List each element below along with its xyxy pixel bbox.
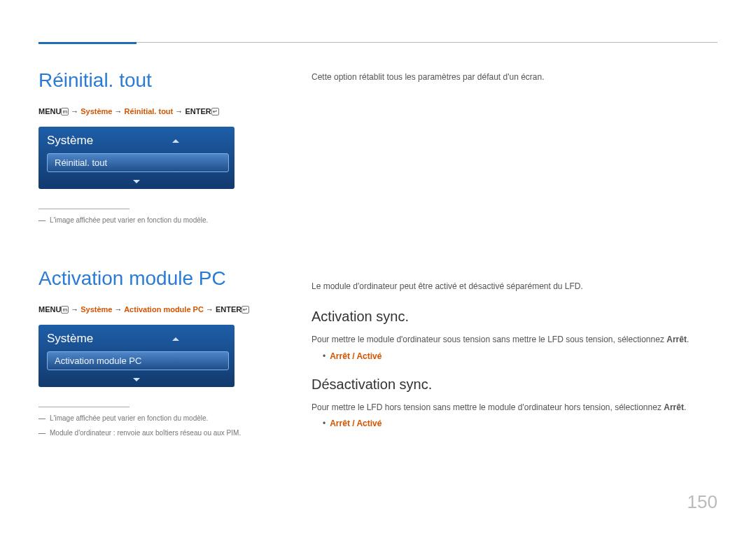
chevron-up-icon <box>172 337 179 341</box>
menu-panel-reinitial: Système Réinitial. tout <box>38 127 234 189</box>
bc-arrow: → <box>115 107 122 115</box>
text-activation-sync: Pour mettre le module d'ordinateur sous … <box>312 333 718 346</box>
menu-item-reinitial[interactable]: Réinitial. tout <box>47 153 229 172</box>
footnote-text: L'image affichée peut varier en fonction… <box>50 215 208 225</box>
heading-activation-pc: Activation module PC <box>38 267 276 290</box>
breadcrumb-reinitial: MENUm → Système → Réinitial. tout → ENTE… <box>38 107 276 115</box>
header-tab-accent <box>38 42 136 44</box>
desc-activation: Le module d'ordinateur peut être activé … <box>312 280 718 293</box>
bc-arrow: → <box>206 305 214 314</box>
heading-activation-sync: Activation sync. <box>312 309 718 325</box>
dash-icon: ― <box>38 413 46 423</box>
bc-systeme: Système <box>80 305 112 314</box>
heading-reinitial: Réinitial. tout <box>38 69 276 92</box>
menu-header: Système <box>47 134 226 148</box>
menu-panel-activation: Système Activation module PC <box>38 325 234 387</box>
header-rule <box>38 42 718 43</box>
bc-arrow: → <box>115 305 122 314</box>
dash-icon: ― <box>38 428 46 438</box>
footnote-block-1: ― L'image affichée peut varier en foncti… <box>38 203 276 225</box>
enter-icon: ↵ <box>211 108 219 115</box>
footnote-text: L'image affichée peut varier en fonction… <box>50 413 208 423</box>
chevron-down-icon <box>133 378 140 381</box>
menu-icon: m <box>61 108 69 115</box>
bc-arrow: → <box>71 305 78 314</box>
opts-desactivation-sync: •Arrêt / Activé <box>312 419 718 428</box>
menu-item-activation[interactable]: Activation module PC <box>47 351 229 370</box>
footnote-block-2: ― L'image affichée peut varier en foncti… <box>38 401 276 438</box>
bc-arrow: → <box>71 107 78 115</box>
dash-icon: ― <box>38 215 46 225</box>
bc-activation: Activation module PC <box>124 305 204 314</box>
bc-systeme: Système <box>80 107 112 115</box>
bc-enter: ENTER <box>216 305 241 314</box>
breadcrumb-activation: MENUm → Système → Activation module PC →… <box>38 305 276 314</box>
footnote-text: Module d'ordinateur : renvoie aux boîtie… <box>50 428 241 438</box>
chevron-down-icon <box>133 180 140 183</box>
text-desactivation-sync: Pour mettre le LFD hors tension sans met… <box>312 401 718 414</box>
heading-desactivation-sync: Désactivation sync. <box>312 377 718 393</box>
desc-reinitial: Cette option rétablit tous les paramètre… <box>312 71 718 84</box>
bc-arrow: → <box>175 107 183 115</box>
enter-icon: ↵ <box>241 306 249 314</box>
bc-menu: MENU <box>38 305 61 314</box>
bc-enter: ENTER <box>185 107 211 115</box>
menu-header: Système <box>47 332 226 346</box>
bc-reinitial: Réinitial. tout <box>125 107 174 115</box>
bc-menu: MENU <box>38 107 61 115</box>
chevron-up-icon <box>172 139 179 143</box>
page-number: 150 <box>687 491 718 513</box>
opts-activation-sync: •Arrêt / Activé <box>312 351 718 361</box>
menu-icon: m <box>61 306 69 314</box>
